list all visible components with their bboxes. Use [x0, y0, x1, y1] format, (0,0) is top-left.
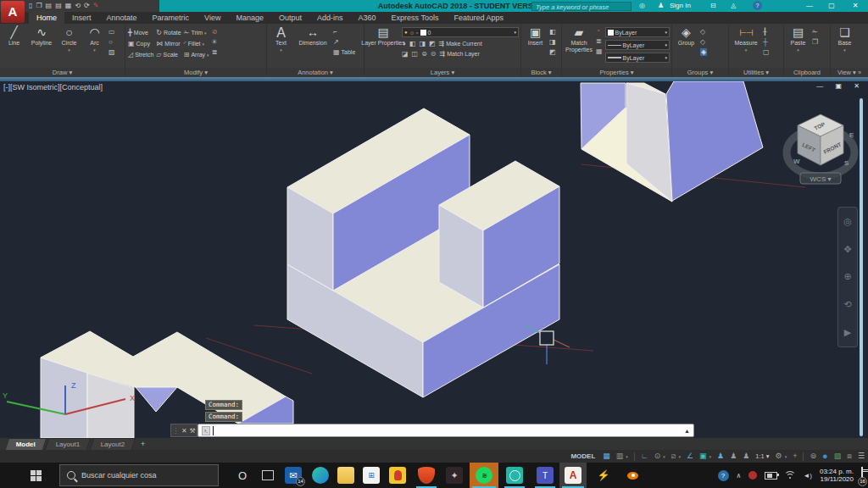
taskbar-app-blender[interactable]	[620, 463, 644, 488]
sign-in-button[interactable]: Sign In	[670, 0, 691, 12]
panel-groups-title[interactable]: Groups ▾	[672, 68, 728, 77]
taskbar-clock[interactable]: 03:24 p. m. 19/11/2020	[820, 468, 854, 483]
layer-select[interactable]: ● ☼ ▫ 0 ▾	[402, 27, 519, 37]
figure-bottom-left[interactable]	[41, 331, 293, 438]
tab-parametric[interactable]: Parametric	[145, 12, 198, 24]
dim-style-icon[interactable]: ⌐	[333, 28, 355, 36]
table-button[interactable]: ▦Table	[333, 48, 355, 56]
graphics-performance-icon[interactable]: ▧	[834, 450, 842, 463]
ungroup-icon[interactable]: ◇	[700, 28, 707, 36]
hardware-acceleration-icon[interactable]: ●	[822, 450, 828, 463]
match-properties-button[interactable]: ▰Match Properties	[565, 25, 593, 53]
a360-icon[interactable]: ◬	[731, 0, 736, 12]
redo-icon[interactable]: ⟳	[84, 0, 90, 12]
show-motion-icon[interactable]: ▶	[844, 327, 851, 338]
measure-button[interactable]: ⊢⊣Measure▾	[732, 25, 760, 53]
maximize-button[interactable]: ▢	[821, 0, 843, 12]
compass-direction-label[interactable]: E	[849, 131, 854, 139]
taskbar-app-store[interactable]: ⊞	[359, 463, 383, 488]
wifi-icon[interactable]	[785, 471, 795, 480]
group-edit-icon[interactable]: ◇	[700, 38, 707, 46]
panel-properties-title[interactable]: Properties ▾	[562, 68, 671, 77]
trim-button[interactable]: ✁Trim▾	[184, 29, 209, 36]
layer-merge-icon[interactable]: ⊜	[421, 50, 427, 58]
base-button[interactable]: ❏Base▾	[833, 25, 856, 53]
layer-isolate-icon[interactable]: ◨	[419, 40, 426, 47]
circle-button[interactable]: ○Circle▾	[58, 25, 81, 53]
taskbar-app-flash[interactable]: ⚡	[592, 463, 615, 488]
linetype-select[interactable]: ByLayer▾	[605, 40, 670, 50]
viewport-controls-label[interactable]: [-][SW Isometric][Conceptual]	[3, 83, 103, 92]
clean-screen-icon[interactable]: ⧈	[847, 450, 852, 463]
layer-delete-icon[interactable]: ⊝	[431, 50, 437, 58]
block-attr-icon[interactable]: ◩	[549, 48, 556, 56]
snap-toggle-icon[interactable]: ▥	[616, 450, 624, 463]
action-center-button[interactable]: 16	[861, 468, 863, 483]
tab-view[interactable]: View	[197, 12, 228, 24]
undo-icon[interactable]: ⟲	[75, 0, 81, 12]
layer-off-icon[interactable]: ◑	[402, 40, 406, 47]
tab-a360[interactable]: A360	[351, 12, 384, 24]
command-close-icon[interactable]: ✕	[181, 427, 187, 435]
cut-icon[interactable]: ✁	[812, 28, 818, 36]
save-icon[interactable]: ▤	[46, 0, 53, 12]
tab-annotate[interactable]: Annotate	[99, 12, 145, 24]
model-space-toggle[interactable]: MODEL	[570, 452, 595, 460]
hatch-icon[interactable]: ▨	[108, 48, 115, 56]
match-layer-button[interactable]: ⇶Match Layer	[440, 50, 480, 58]
line-button[interactable]: ╱Line	[3, 25, 25, 47]
help-search-input[interactable]: Type a keyword or phrase	[531, 2, 632, 11]
tab-layout1[interactable]: Layout1	[45, 438, 92, 450]
stretch-button[interactable]: ◿Stretch	[128, 51, 153, 58]
cortana-button[interactable]: O	[231, 463, 254, 488]
taskbar-app-amongus[interactable]	[385, 463, 410, 488]
battery-icon[interactable]	[765, 472, 777, 480]
store-cart-icon[interactable]: ⊟	[710, 0, 716, 12]
isolate-objects-icon[interactable]: ⊚	[810, 450, 816, 463]
ortho-toggle-icon[interactable]: ∟	[641, 450, 648, 463]
tray-security-icon[interactable]	[748, 471, 757, 480]
taskbar-app-explorer[interactable]	[334, 463, 358, 488]
annotation-monitor-icon[interactable]: +	[793, 450, 797, 463]
dimension-button[interactable]: ↔Dimension	[295, 25, 331, 47]
command-window-handle[interactable]: ⋮ ✕ ⚒	[170, 424, 198, 437]
tray-help-icon[interactable]: ?	[718, 470, 729, 481]
markup-icon[interactable]: ✎	[93, 0, 99, 12]
copy-clip-icon[interactable]: ❐	[812, 38, 818, 46]
edit-block-icon[interactable]: ◨	[549, 38, 556, 46]
command-history-toggle[interactable]: ▲	[684, 428, 690, 434]
layer-properties-button[interactable]: ▤Layer Properties	[367, 25, 399, 47]
erase-icon[interactable]: ⊘	[212, 28, 218, 36]
paste-button[interactable]: ▤Paste▾	[787, 25, 810, 53]
tab-output[interactable]: Output	[271, 12, 309, 24]
taskbar-app-autocad[interactable]: A	[559, 463, 587, 488]
panel-annotation-title[interactable]: Annotation ▾	[267, 68, 364, 77]
layer-walk-icon[interactable]: ◪	[402, 50, 409, 58]
new-file-icon[interactable]: ▯	[29, 0, 32, 12]
compass-direction-label[interactable]: W	[793, 158, 800, 165]
polyline-button[interactable]: ∿Polyline	[28, 25, 55, 47]
autoscale-icon[interactable]: ♟	[730, 450, 737, 463]
leader-icon[interactable]: ↗	[333, 38, 355, 46]
rectangle-icon[interactable]: ▭	[108, 28, 115, 36]
command-customize-icon[interactable]: ⚒	[189, 427, 195, 435]
taskbar-app-edge[interactable]	[309, 463, 332, 488]
taskbar-app-game[interactable]: ✦	[442, 463, 466, 488]
layer-unlock-icon[interactable]: ◩	[429, 40, 436, 47]
move-button[interactable]: ╋Move	[128, 29, 153, 36]
layer-vpfreeze-icon[interactable]: ◫	[412, 50, 419, 58]
new-layout-button[interactable]: +	[136, 438, 150, 450]
viewcube[interactable]: NEWSTOPLEFTFRONTWCS ▾	[787, 114, 854, 184]
text-button[interactable]: AText▾	[270, 25, 292, 53]
application-menu-button[interactable]: A	[1, 1, 25, 23]
rotate-button[interactable]: ↻Rotate	[156, 29, 181, 36]
panel-clipboard-title[interactable]: Clipboard	[784, 68, 830, 77]
arc-button[interactable]: ◠Arc▾	[83, 25, 106, 53]
taskbar-app-spotify[interactable]: ≋	[470, 463, 498, 488]
group-selection-icon[interactable]: ◈	[700, 48, 707, 56]
quick-select-icon[interactable]: ╂	[763, 28, 770, 36]
annotation-scale-value[interactable]: 1:1 ▾	[755, 450, 769, 463]
command-input[interactable]: ›. ▲	[198, 424, 694, 437]
tab-insert[interactable]: Insert	[64, 12, 99, 24]
workspace-switching-icon[interactable]: ⚙	[776, 450, 782, 463]
